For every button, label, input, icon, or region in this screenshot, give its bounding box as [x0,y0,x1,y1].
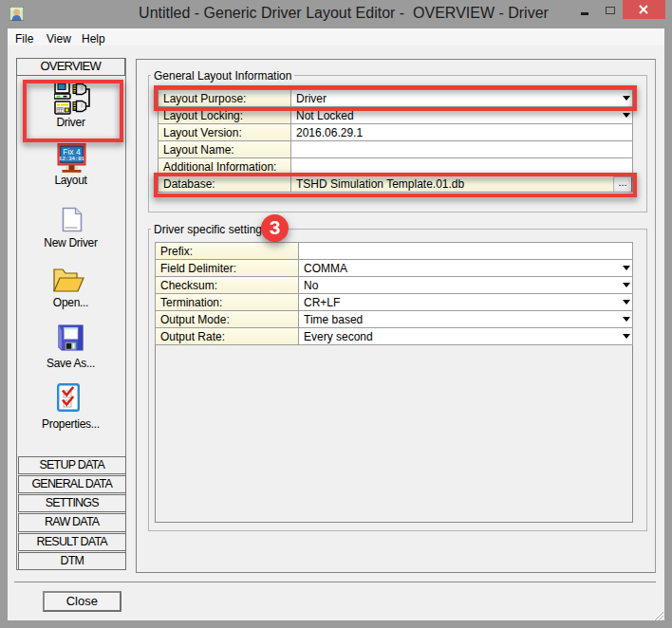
svg-text:Fix 4: Fix 4 [63,147,81,157]
svg-text:12:34:01: 12:34:01 [59,156,84,162]
